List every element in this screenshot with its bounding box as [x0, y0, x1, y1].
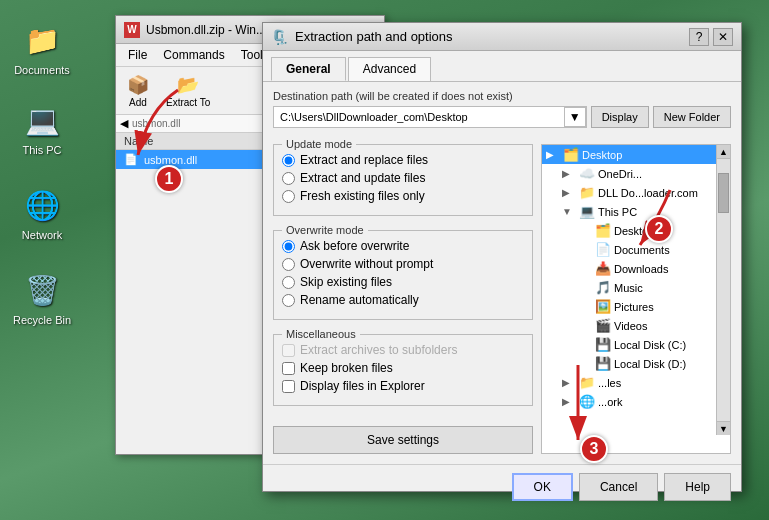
- annotation-badge-3: 3: [580, 435, 608, 463]
- cancel-button[interactable]: Cancel: [579, 473, 658, 501]
- desktop-icon-network[interactable]: 🌐 Network: [12, 185, 72, 241]
- update-mode-section: Update mode Extract and replace files Ex…: [273, 144, 533, 216]
- dest-path-input[interactable]: [274, 107, 564, 127]
- filetree-content: ▶ 🗂️ Desktop ▶ ☁️ OneDri... ▶ 📁: [542, 145, 716, 435]
- radio-fresh-existing[interactable]: Fresh existing files only: [282, 189, 524, 203]
- tree-item-ork[interactable]: ▶ 🌐 ...ork: [558, 392, 716, 411]
- filetree-panel: ▶ 🗂️ Desktop ▶ ☁️ OneDri... ▶ 📁: [541, 144, 731, 454]
- tree-item-onedrive[interactable]: ▶ ☁️ OneDri...: [558, 164, 716, 183]
- desktop-icon-documents[interactable]: 📁 Documents: [12, 20, 72, 76]
- add-label: Add: [129, 97, 147, 108]
- tree-item-desktop-root[interactable]: ▶ 🗂️ Desktop: [542, 145, 716, 164]
- radio-ask-before[interactable]: Ask before overwrite: [282, 239, 524, 253]
- recycle-bin-icon: 🗑️: [22, 270, 62, 310]
- misc-label: Miscellaneous: [282, 328, 360, 340]
- tab-advanced[interactable]: Advanced: [348, 57, 431, 81]
- winrar-icon: W: [124, 22, 140, 38]
- check-keep-broken[interactable]: Keep broken files: [282, 361, 524, 375]
- file-icon: 📄: [124, 153, 138, 166]
- menu-commands[interactable]: Commands: [155, 46, 232, 64]
- extract-label: Extract To: [166, 97, 210, 108]
- toolbar-add-button[interactable]: 📦 Add: [120, 71, 156, 110]
- radio-extract-replace[interactable]: Extract and replace files: [282, 153, 524, 167]
- this-pc-icon: 💻: [22, 100, 62, 140]
- add-icon: 📦: [126, 73, 150, 97]
- dialog-title: Extraction path and options: [295, 29, 689, 44]
- tree-item-local-c[interactable]: 💾 Local Disk (C:): [574, 335, 716, 354]
- documents-label: Documents: [14, 64, 70, 76]
- network-label: Network: [22, 229, 62, 241]
- dest-path-dropdown[interactable]: ▼: [564, 107, 586, 127]
- scroll-up-button[interactable]: ▲: [717, 145, 730, 159]
- tree-item-pictures[interactable]: 🖼️ Pictures: [574, 297, 716, 316]
- this-pc-label: This PC: [22, 144, 61, 156]
- toolbar-extract-button[interactable]: 📂 Extract To: [160, 71, 216, 110]
- scrollbar-thumb[interactable]: [718, 173, 729, 213]
- nav-back-icon[interactable]: ◀: [120, 117, 128, 130]
- tree-item-documents[interactable]: 📄 Documents: [574, 240, 716, 259]
- close-ctrl-button[interactable]: ✕: [713, 28, 733, 46]
- file-name: usbmon.dll: [144, 154, 197, 166]
- dest-path-label: Destination path (will be created if doe…: [273, 90, 731, 102]
- tree-subtree: ▶ ☁️ OneDri... ▶ 📁 DLL Do...loader.com ▼…: [542, 164, 716, 411]
- desktop-icon-recycle-bin[interactable]: 🗑️ Recycle Bin: [12, 270, 72, 326]
- new-folder-button[interactable]: New Folder: [653, 106, 731, 128]
- extraction-dialog: 🗜️ Extraction path and options ? ✕ Gener…: [262, 22, 742, 492]
- tree-item-downloads[interactable]: 📥 Downloads: [574, 259, 716, 278]
- column-name: Name: [124, 135, 153, 147]
- help-ctrl-button[interactable]: ?: [689, 28, 709, 46]
- tree-item-les[interactable]: ▶ 📁 ...les: [558, 373, 716, 392]
- check-display-files[interactable]: Display files in Explorer: [282, 379, 524, 393]
- miscellaneous-section: Miscellaneous Extract archives to subfol…: [273, 334, 533, 406]
- dialog-main-content: Update mode Extract and replace files Ex…: [263, 134, 741, 464]
- radio-skip-existing[interactable]: Skip existing files: [282, 275, 524, 289]
- tree-item-dlldownloader[interactable]: ▶ 📁 DLL Do...loader.com: [558, 183, 716, 202]
- display-button[interactable]: Display: [591, 106, 649, 128]
- radio-rename-auto[interactable]: Rename automatically: [282, 293, 524, 307]
- recycle-bin-label: Recycle Bin: [13, 314, 71, 326]
- tree-item-local-d[interactable]: 💾 Local Disk (D:): [574, 354, 716, 373]
- overwrite-mode-label: Overwrite mode: [282, 224, 368, 236]
- tree-item-this-pc[interactable]: ▼ 💻 This PC: [558, 202, 716, 221]
- tree-item-music[interactable]: 🎵 Music: [574, 278, 716, 297]
- radio-overwrite-without[interactable]: Overwrite without prompt: [282, 257, 524, 271]
- expand-icon: ▶: [546, 149, 560, 160]
- scrollbar-track: [717, 213, 730, 421]
- menu-file[interactable]: File: [120, 46, 155, 64]
- network-icon: 🌐: [22, 185, 62, 225]
- scroll-down-button[interactable]: ▼: [717, 421, 730, 435]
- extract-icon: 📂: [176, 73, 200, 97]
- annotation-badge-1: 1: [155, 165, 183, 193]
- dialog-tabs: General Advanced: [263, 51, 741, 82]
- dest-path-section: Destination path (will be created if doe…: [263, 82, 741, 128]
- ok-button[interactable]: OK: [512, 473, 573, 501]
- dialog-titlebar: 🗜️ Extraction path and options ? ✕: [263, 23, 741, 51]
- dialog-icon: 🗜️: [271, 29, 287, 45]
- filetree-scroll: ▶ 🗂️ Desktop ▶ ☁️ OneDri... ▶ 📁: [542, 145, 730, 435]
- nav-filename: usbmon.dll: [132, 118, 180, 129]
- check-extract-archives[interactable]: Extract archives to subfolders: [282, 343, 524, 357]
- documents-icon: 📁: [22, 20, 62, 60]
- update-mode-label: Update mode: [282, 138, 356, 150]
- annotation-badge-2: 2: [645, 215, 673, 243]
- radio-extract-update[interactable]: Extract and update files: [282, 171, 524, 185]
- overwrite-mode-section: Overwrite mode Ask before overwrite Over…: [273, 230, 533, 320]
- help-button[interactable]: Help: [664, 473, 731, 501]
- desktop-icon-this-pc[interactable]: 💻 This PC: [12, 100, 72, 156]
- dialog-controls: ? ✕: [689, 28, 733, 46]
- tab-general[interactable]: General: [271, 57, 346, 81]
- tree-item-videos[interactable]: 🎬 Videos: [574, 316, 716, 335]
- save-settings-button[interactable]: Save settings: [273, 426, 533, 454]
- dialog-footer: OK Cancel Help: [263, 464, 741, 509]
- dialog-left-panel: Update mode Extract and replace files Ex…: [273, 144, 533, 454]
- filetree-scrollbar[interactable]: ▲ ▼: [716, 145, 730, 435]
- tree-this-pc-children: 🗂️ Desktop 📄 Documents 📥: [558, 221, 716, 373]
